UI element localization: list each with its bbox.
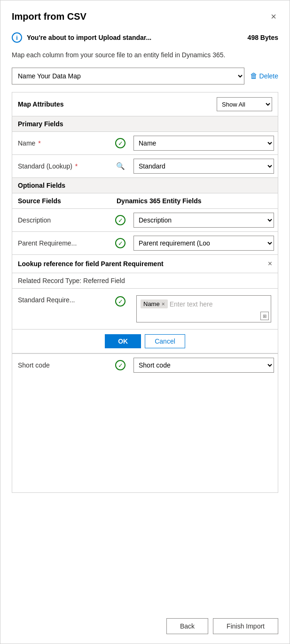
tag-name: Name × xyxy=(141,299,168,308)
show-all-select[interactable]: Show All Required Only Optional Only xyxy=(217,97,272,111)
finish-import-button[interactable]: Finish Import xyxy=(213,618,278,634)
tag-input-area[interactable]: Name × Enter text here ⊞ xyxy=(136,295,271,322)
tag-remove-button[interactable]: × xyxy=(162,301,165,307)
search-icon: 🔍 xyxy=(116,162,125,170)
table-row: Parent Requireme... ✓ Parent requirement… xyxy=(12,232,278,255)
related-record-label: Related Record Type: Referred Field xyxy=(12,273,278,289)
map-attributes-label: Map Attributes xyxy=(18,100,63,108)
info-text: You're about to import Upload standar... xyxy=(27,34,151,41)
col-header-source: Source Fields xyxy=(12,193,111,208)
standard-field-select[interactable]: Standard Name Description xyxy=(133,159,274,174)
expand-button[interactable]: ⊞ xyxy=(260,312,269,320)
field-source-name: Name * xyxy=(12,136,111,151)
map-attributes-header: Map Attributes Show All Required Only Op… xyxy=(12,92,278,116)
table-row: Standard (Lookup) * 🔍 Standard Name Desc… xyxy=(12,155,278,178)
columns-header: Source Fields Dynamics 365 Entity Fields xyxy=(12,193,278,209)
shortcode-field-select[interactable]: Short code Name Description xyxy=(133,358,274,373)
field-icon-col: ✓ xyxy=(111,138,130,148)
check-icon: ✓ xyxy=(115,238,125,248)
back-button[interactable]: Back xyxy=(166,618,208,634)
lookup-close-button[interactable]: × xyxy=(268,260,272,268)
info-icon: i xyxy=(12,32,22,43)
data-map-select[interactable]: Name Your Data Map xyxy=(12,68,244,84)
footer-row: Back Finish Import xyxy=(0,609,290,644)
field-target-parent: Parent requirement (Loo Description Name xyxy=(130,232,278,254)
field-target-shortcode: Short code Name Description xyxy=(130,354,278,376)
check-icon: ✓ xyxy=(115,138,125,148)
ok-button[interactable]: OK xyxy=(105,334,141,348)
lookup-title: Lookup reference for field Parent Requir… xyxy=(18,260,164,268)
optional-fields-section: Optional Fields xyxy=(12,178,278,193)
col-header-target: Dynamics 365 Entity Fields xyxy=(111,193,278,208)
close-button[interactable]: × xyxy=(269,10,278,23)
info-bar: i You're about to import Upload standar.… xyxy=(0,29,290,46)
description-text: Map each column from your source file to… xyxy=(0,46,290,68)
cancel-button[interactable]: Cancel xyxy=(145,334,185,348)
field-icon-col: ✓ xyxy=(111,289,130,307)
lookup-header: Lookup reference for field Parent Requir… xyxy=(12,255,278,273)
field-icon-col: ✓ xyxy=(111,215,130,225)
field-target-name: Name Description Short code xyxy=(130,132,278,154)
ok-cancel-row: OK Cancel xyxy=(12,330,278,353)
field-source-standard-require: Standard Require... xyxy=(12,289,111,307)
info-size: 498 Bytes xyxy=(248,34,278,41)
tag-placeholder: Enter text here xyxy=(170,299,213,308)
map-table: Map Attributes Show All Required Only Op… xyxy=(12,92,278,493)
table-row: Description ✓ Description Name Short cod… xyxy=(12,209,278,232)
check-icon: ✓ xyxy=(115,296,125,307)
dialog-title: Import from CSV xyxy=(12,11,86,22)
field-source-description: Description xyxy=(12,213,111,228)
trash-icon: 🗑 xyxy=(250,72,258,80)
delete-button[interactable]: 🗑 Delete xyxy=(250,72,278,80)
description-field-select[interactable]: Description Name Short code xyxy=(133,213,274,228)
field-target-standard: Standard Name Description xyxy=(130,155,278,177)
field-icon-col: ✓ xyxy=(111,360,130,370)
dialog-header: Import from CSV × xyxy=(0,0,290,29)
field-source-parent: Parent Requireme... xyxy=(12,236,111,251)
name-field-select[interactable]: Name Description Short code xyxy=(133,136,274,151)
parent-field-select[interactable]: Parent requirement (Loo Description Name xyxy=(133,236,274,251)
field-icon-col: ✓ xyxy=(111,238,130,248)
field-target-description: Description Name Short code xyxy=(130,209,278,231)
primary-fields-section: Primary Fields xyxy=(12,116,278,132)
tag-input-container: Name × Enter text here ⊞ xyxy=(130,289,278,329)
import-dialog: Import from CSV × i You're about to impo… xyxy=(0,0,290,644)
check-icon: ✓ xyxy=(115,360,125,370)
table-row: Name * ✓ Name Description Short code xyxy=(12,132,278,155)
field-source-standard: Standard (Lookup) * xyxy=(12,159,111,174)
field-source-shortcode: Short code xyxy=(12,358,111,373)
lookup-field-row: Standard Require... ✓ Name × Enter text … xyxy=(12,289,278,330)
required-indicator: * xyxy=(75,162,78,170)
table-row: Short code ✓ Short code Name Description xyxy=(12,354,278,376)
field-icon-col: 🔍 xyxy=(111,162,130,170)
data-map-row: Name Your Data Map 🗑 Delete xyxy=(0,68,290,92)
lookup-section: Lookup reference for field Parent Requir… xyxy=(12,255,278,354)
required-indicator: * xyxy=(38,139,40,147)
check-icon: ✓ xyxy=(115,215,125,225)
